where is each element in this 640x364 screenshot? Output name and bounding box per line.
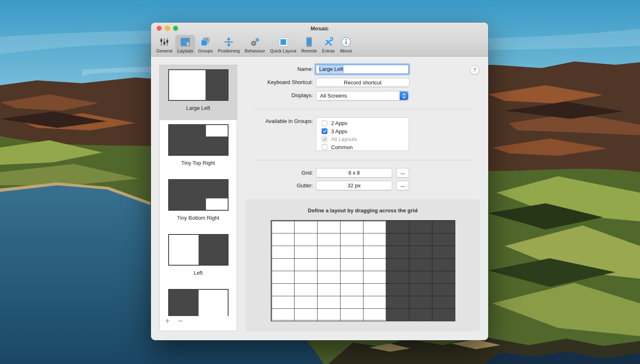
checkbox-checked-disabled bbox=[322, 136, 327, 142]
toolbar-label: About bbox=[340, 48, 352, 53]
popup-stepper-icon bbox=[400, 91, 408, 100]
toolbar-label: Layouts bbox=[177, 48, 193, 53]
toolbar-label: Behaviour bbox=[245, 48, 265, 53]
toolbar-button-behaviour[interactable]: Behaviour bbox=[243, 35, 267, 54]
gutter-value-button[interactable]: 32 px bbox=[316, 181, 392, 190]
toolbar-label: Quick Layout bbox=[270, 48, 296, 53]
toolbar-label: General bbox=[156, 48, 172, 53]
sliders-icon bbox=[158, 36, 171, 48]
toolbar-button-remote[interactable]: Remote bbox=[299, 35, 319, 54]
titlebar[interactable]: Mosaic bbox=[151, 23, 488, 34]
desktop: Mosaic General bbox=[0, 0, 640, 364]
grid-board[interactable] bbox=[271, 220, 455, 321]
checkbox-unchecked[interactable] bbox=[322, 144, 327, 150]
toolbar-button-about[interactable]: About bbox=[338, 35, 354, 54]
info-icon bbox=[340, 36, 352, 48]
toolbar-button-quick-layout[interactable]: Quick Layout bbox=[268, 35, 298, 54]
layouts-list-footer: + − bbox=[160, 316, 237, 328]
help-button[interactable]: ? bbox=[470, 66, 479, 75]
group-option-common[interactable]: Common bbox=[322, 143, 409, 152]
toolbar: General Layouts bbox=[154, 35, 488, 57]
grid-label: Grid: bbox=[302, 170, 313, 176]
displays-label: Displays: bbox=[291, 92, 313, 99]
name-input[interactable]: Large Left bbox=[316, 65, 409, 74]
separator bbox=[254, 109, 472, 109]
group-option-3-apps[interactable]: 3 Apps bbox=[322, 127, 409, 136]
layout-thumbnail bbox=[168, 289, 229, 318]
grid-lines bbox=[271, 221, 455, 321]
keyboard-shortcut-label: Keyboard Shortcut: bbox=[267, 79, 313, 86]
up-down-arrows-icon bbox=[223, 36, 235, 48]
layout-thumbnail bbox=[168, 179, 229, 211]
layouts-list-items: Large Left Tiny Top Right Tiny Bottom Ri… bbox=[160, 65, 237, 318]
layout-item-tiny-top-right[interactable]: Tiny Top Right bbox=[160, 120, 237, 175]
displays-popup-value: All Screens bbox=[320, 93, 347, 99]
displays-popup[interactable]: All Screens bbox=[316, 91, 409, 100]
layout-item-label: Large Left bbox=[160, 105, 237, 111]
grid-instruction: Define a layout by dragging across the g… bbox=[245, 207, 480, 214]
toolbar-label: Positioning bbox=[218, 48, 240, 53]
selected-text: Large Left bbox=[319, 65, 344, 73]
record-shortcut-button[interactable]: Record shortcut bbox=[316, 78, 409, 87]
tools-icon bbox=[322, 36, 334, 48]
remove-layout-button[interactable]: − bbox=[175, 316, 186, 327]
name-label: Name: bbox=[297, 66, 313, 73]
toolbar-button-general[interactable]: General bbox=[154, 35, 174, 54]
window-title: Mosaic bbox=[151, 25, 488, 32]
window-header: Mosaic General bbox=[151, 23, 488, 57]
grid-editor-panel: Define a layout by dragging across the g… bbox=[245, 199, 480, 331]
toolbar-label: Remote bbox=[301, 48, 317, 53]
mosaic-window: Mosaic General bbox=[151, 23, 488, 340]
group-option-2-apps[interactable]: 2 Apps bbox=[322, 119, 409, 127]
layout-thumbnail bbox=[168, 234, 229, 266]
layout-item-large-left[interactable]: Large Left bbox=[160, 65, 237, 120]
layout-thumbnail bbox=[168, 124, 229, 156]
gears-icon bbox=[249, 36, 261, 48]
grid-square-icon bbox=[277, 36, 289, 48]
separator bbox=[254, 160, 472, 160]
layout-item-tiny-bottom-right[interactable]: Tiny Bottom Right bbox=[160, 175, 237, 230]
checkbox-checked[interactable] bbox=[322, 128, 327, 134]
grid-more-button[interactable]: ... bbox=[396, 168, 409, 177]
add-layout-button[interactable]: + bbox=[162, 316, 173, 327]
grid-value-button[interactable]: 8 x 8 bbox=[316, 168, 392, 177]
layout-item-label: Left bbox=[160, 270, 237, 276]
toolbar-button-layouts[interactable]: Layouts bbox=[175, 35, 195, 54]
layout-item-label: Tiny Top Right bbox=[160, 160, 237, 166]
layouts-list: Large Left Tiny Top Right Tiny Bottom Ri… bbox=[159, 65, 237, 331]
available-in-groups-label: Available in Groups: bbox=[265, 118, 313, 125]
toolbar-button-extras[interactable]: Extras bbox=[320, 35, 337, 54]
checkbox-unchecked[interactable] bbox=[322, 121, 327, 126]
toolbar-label: Groups bbox=[198, 48, 213, 53]
gutter-more-button[interactable]: ... bbox=[396, 181, 409, 190]
layout-item-label: Tiny Bottom Right bbox=[160, 215, 237, 221]
groups-checklist: 2 Apps 3 Apps All Layouts Common bbox=[316, 117, 409, 151]
layout-item-partial[interactable] bbox=[160, 285, 237, 318]
toolbar-button-positioning[interactable]: Positioning bbox=[216, 35, 242, 54]
phone-icon bbox=[303, 36, 315, 48]
stacked-pages-icon bbox=[199, 36, 212, 48]
layout-thumbnail bbox=[168, 69, 229, 101]
layout-item-left[interactable]: Left bbox=[160, 230, 237, 285]
toolbar-button-groups[interactable]: Groups bbox=[196, 35, 215, 54]
layouts-icon bbox=[179, 36, 191, 48]
toolbar-label: Extras bbox=[322, 48, 335, 53]
group-option-all-layouts: All Layouts bbox=[322, 135, 409, 143]
gutter-label: Gutter: bbox=[297, 182, 313, 189]
